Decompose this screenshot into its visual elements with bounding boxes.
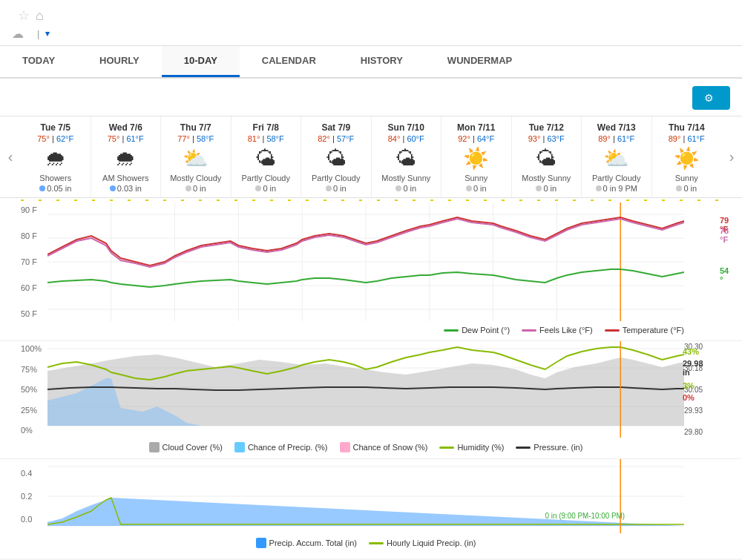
precip-chart-section: 100% 75% 50% 25% 0%: [0, 340, 742, 455]
accum-right-axis: [684, 459, 721, 533]
accum-legend: Precip. Accum. Total (in) Hourly Liquid …: [21, 533, 721, 551]
chanceprecip-swatch: [234, 442, 245, 452]
prev-arrow[interactable]: ‹: [0, 116, 21, 197]
precip-dot: [676, 185, 682, 191]
precip-dot: [326, 185, 332, 191]
temperature-swatch: [605, 329, 620, 332]
main-content: ⚙ ‹ Tue 7/5 75° | 62°F 🌧 Showers 0.05 in…: [0, 79, 742, 559]
temp-y-labels: 90 F 80 F 70 F 60 F 50 F: [21, 202, 47, 321]
precip-legend: Cloud Cover (%) Chance of Precip. (%) Ch…: [21, 438, 721, 455]
chancesnow-swatch: [340, 442, 350, 452]
humidity-swatch: [439, 447, 454, 449]
temp-legend: Dew Point (°) Feels Like (°F) Temperatur…: [21, 321, 721, 337]
hourlyliquid-swatch: [369, 542, 384, 544]
precip-dot: [255, 185, 261, 191]
forecast-day[interactable]: Fri 7/8 81° | 58°F 🌤 Partly Cloudy 0 in: [232, 116, 302, 197]
dewpoint-swatch: [444, 329, 459, 332]
precip-dot: [596, 185, 602, 191]
forecast-days: Tue 7/5 75° | 62°F 🌧 Showers 0.05 in Wed…: [21, 116, 721, 197]
tab-today[interactable]: TODAY: [0, 46, 77, 77]
chevron-down-icon: ▾: [45, 29, 50, 39]
cloudcover-swatch: [149, 442, 160, 452]
tab-wundermap[interactable]: WUNDERMAP: [425, 46, 534, 77]
precip-dot: [395, 185, 401, 191]
forecast-day[interactable]: Thu 7/7 77° | 58°F ⛅ Mostly Cloudy 0 in: [161, 116, 232, 197]
accumtotal-swatch: [256, 538, 266, 548]
header-sub: ☁ | ▾: [12, 27, 730, 41]
star-icon[interactable]: ☆: [18, 7, 30, 24]
precip-dot: [466, 185, 472, 191]
tab-history[interactable]: HISTORY: [338, 46, 425, 77]
accum-chart-section: 0.4 0.2 0.0 0 in (9:00 PM-10:00 PM): [0, 458, 742, 551]
pressure-swatch: [516, 447, 531, 449]
tab-calendar[interactable]: CALENDAR: [240, 46, 338, 77]
precip-chart-svg: [47, 341, 684, 438]
forecast-day[interactable]: Sat 7/9 82° | 57°F 🌤 Partly Cloudy 0 in: [301, 116, 372, 197]
forecast-strip: ‹ Tue 7/5 75° | 62°F 🌧 Showers 0.05 in W…: [0, 116, 742, 198]
page-title: ☆ ⌂: [12, 7, 730, 24]
forecast-day[interactable]: Sun 7/10 84° | 60°F 🌤 Mostly Sunny 0 in: [372, 116, 442, 197]
gear-icon: ⚙: [704, 92, 714, 104]
temp-chart-svg: [47, 202, 684, 321]
cloud-icon: ☁: [12, 27, 24, 41]
header: ☆ ⌂ ☁ | ▾: [0, 0, 742, 46]
precip-y-labels: 100% 75% 50% 25% 0%: [21, 341, 47, 438]
temp-chart-section: 90 F 80 F 70 F 60 F 50 F: [0, 202, 742, 337]
nav-tabs: TODAY HOURLY 10-DAY CALENDAR HISTORY WUN…: [0, 46, 742, 79]
customize-bar: ⚙: [0, 86, 742, 116]
forecast-day[interactable]: Tue 7/5 75° | 62°F 🌧 Showers 0.05 in: [21, 116, 91, 197]
change-link[interactable]: ▾: [44, 29, 50, 39]
precip-dot: [110, 185, 116, 191]
svg-text:0 in (9:00 PM-10:00 PM): 0 in (9:00 PM-10:00 PM): [545, 512, 625, 520]
forecast-day[interactable]: Thu 7/14 89° | 61°F ☀️ Sunny 0 in: [652, 116, 722, 197]
forecast-day[interactable]: Wed 7/6 75° | 61°F 🌧 AM Showers 0.03 in: [91, 116, 162, 197]
precip-dot: [186, 185, 191, 191]
tab-10day[interactable]: 10-DAY: [162, 46, 240, 77]
forecast-day[interactable]: Wed 7/13 89° | 61°F ⛅ Partly Cloudy 0 in…: [582, 116, 652, 197]
precip-dot: [536, 185, 542, 191]
accum-y-labels: 0.4 0.2 0.0: [21, 459, 47, 533]
feelslike-swatch: [522, 329, 536, 332]
precip-dot: [39, 185, 45, 191]
next-arrow[interactable]: ›: [721, 116, 742, 197]
customize-button[interactable]: ⚙: [692, 86, 730, 110]
tab-hourly[interactable]: HOURLY: [77, 46, 162, 77]
home-icon[interactable]: ⌂: [36, 8, 44, 24]
accum-chart-svg: 0 in (9:00 PM-10:00 PM): [47, 459, 684, 533]
forecast-day[interactable]: Tue 7/12 93° | 63°F 🌤 Mostly Sunny 0 in: [512, 116, 582, 197]
forecast-day[interactable]: Mon 7/11 92° | 64°F ☀️ Sunny 0 in: [441, 116, 512, 197]
